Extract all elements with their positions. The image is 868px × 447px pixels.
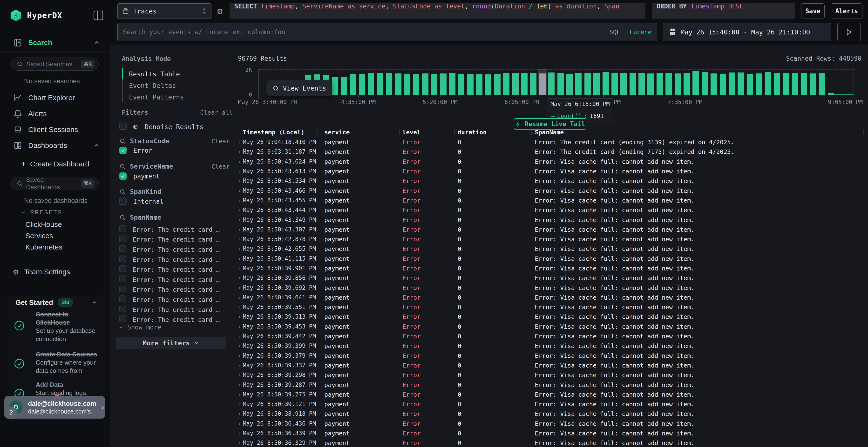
source-select[interactable]: Traces bbox=[117, 3, 212, 19]
histogram-slot[interactable] bbox=[384, 69, 394, 95]
create-dashboard-button[interactable]: + Create Dashboard bbox=[21, 160, 101, 168]
sidebar-item-chart-explorer[interactable]: Chart Explorer bbox=[13, 93, 100, 102]
histogram-slot[interactable] bbox=[763, 69, 772, 95]
spanname-filter-item[interactable]: Error: The credit card … bbox=[119, 285, 225, 295]
spanname-checkbox[interactable] bbox=[119, 245, 126, 252]
table-row[interactable]: › May 26 8:50:42.878 PM payment Error 0 … bbox=[231, 234, 868, 244]
row-expand-chevron[interactable]: › bbox=[238, 439, 241, 447]
run-query-button[interactable] bbox=[837, 23, 861, 41]
table-row[interactable]: › May 26 8:50:36.329 PM payment Error 0 … bbox=[231, 438, 868, 447]
source-settings-gear-icon[interactable]: ⚙ bbox=[214, 5, 226, 17]
table-row[interactable]: › May 26 8:50:36.436 PM payment Error 0 … bbox=[231, 419, 868, 428]
histogram-slot[interactable] bbox=[772, 69, 781, 95]
table-row[interactable]: › May 26 8:50:43.466 PM payment Error 0 … bbox=[231, 186, 868, 195]
spanname-checkbox[interactable] bbox=[119, 226, 126, 232]
histogram-slot[interactable] bbox=[790, 69, 799, 95]
row-expand-chevron[interactable]: › bbox=[238, 187, 241, 194]
row-expand-chevron[interactable]: › bbox=[238, 274, 241, 281]
histogram-slot[interactable] bbox=[448, 69, 457, 95]
histogram-slot[interactable] bbox=[511, 69, 520, 95]
denoise-checkbox[interactable] bbox=[119, 123, 127, 130]
histogram-slot[interactable] bbox=[430, 69, 439, 95]
histogram-slot[interactable] bbox=[475, 69, 484, 95]
histogram-slot[interactable] bbox=[340, 69, 349, 95]
save-button[interactable]: Save bbox=[801, 3, 825, 19]
histogram-slot[interactable] bbox=[358, 69, 367, 95]
histogram-slot[interactable] bbox=[439, 69, 448, 95]
table-row[interactable]: › May 26 8:50:39.551 PM payment Error 0 … bbox=[231, 302, 868, 312]
histogram-slot[interactable] bbox=[565, 69, 574, 95]
histogram-slot[interactable] bbox=[754, 69, 763, 95]
column-resize-handle[interactable]: ⋮ bbox=[860, 129, 867, 136]
servicename-payment-checkbox[interactable] bbox=[119, 172, 127, 180]
histogram-slot[interactable] bbox=[457, 69, 466, 95]
histogram-slot[interactable] bbox=[601, 69, 610, 95]
spankind-internal-checkbox[interactable] bbox=[119, 198, 127, 205]
histogram-slot[interactable] bbox=[727, 69, 736, 95]
histogram-slot[interactable] bbox=[376, 69, 384, 95]
app-logo[interactable]: ⚡ HyperDX bbox=[10, 10, 62, 21]
mode-event-patterns[interactable]: Event Patterns bbox=[129, 94, 184, 101]
histogram-slot[interactable] bbox=[592, 69, 601, 95]
histogram-slot[interactable] bbox=[349, 69, 358, 95]
table-row[interactable]: › May 26 8:50:39.513 PM payment Error 0 … bbox=[231, 312, 868, 321]
row-expand-chevron[interactable]: › bbox=[238, 304, 241, 311]
table-row[interactable]: › May 26 8:50:43.349 PM payment Error 0 … bbox=[231, 215, 868, 225]
histogram-slot[interactable] bbox=[628, 69, 637, 95]
histogram-slot[interactable] bbox=[610, 69, 619, 95]
column-resize-handle[interactable]: ⋮ bbox=[528, 129, 534, 136]
lang-lucene[interactable]: Lucene bbox=[630, 29, 651, 36]
spanname-filter-item[interactable]: Error: The credit card … bbox=[119, 295, 225, 305]
histogram-slot[interactable] bbox=[520, 69, 529, 95]
sidebar-item-team-settings[interactable]: ⚙ Team Settings bbox=[13, 267, 100, 277]
table-row[interactable]: › May 26 9:03:31.187 PM payment Error 0 … bbox=[231, 147, 868, 157]
row-expand-chevron[interactable]: › bbox=[238, 158, 241, 165]
histogram-slot[interactable] bbox=[529, 69, 538, 95]
preset-kubernetes[interactable]: Kubernetes bbox=[25, 243, 62, 251]
search-input[interactable]: Search your events w/ Lucene ex. column:… bbox=[117, 23, 657, 41]
spanname-checkbox[interactable] bbox=[119, 265, 126, 272]
histogram-slot[interactable] bbox=[493, 69, 502, 95]
row-expand-chevron[interactable]: › bbox=[238, 294, 241, 301]
histogram-slot[interactable] bbox=[718, 69, 727, 95]
column-resize-handle[interactable]: ⋮ bbox=[396, 129, 402, 136]
histogram-slot[interactable] bbox=[619, 69, 628, 95]
histogram-slot[interactable] bbox=[827, 69, 835, 95]
clear-servicename-link[interactable]: Clear bbox=[212, 163, 229, 170]
histogram-slot[interactable] bbox=[835, 69, 844, 95]
spanname-filter-item[interactable]: Error: The credit card … bbox=[119, 305, 225, 315]
statuscode-error-label[interactable]: Error bbox=[133, 147, 152, 154]
column-header-duration[interactable]: duration bbox=[458, 129, 487, 136]
histogram-slot[interactable] bbox=[547, 69, 556, 95]
lang-sql[interactable]: SQL bbox=[609, 29, 620, 36]
spanname-checkbox[interactable] bbox=[119, 315, 126, 322]
histogram-slot[interactable] bbox=[466, 69, 475, 95]
row-expand-chevron[interactable]: › bbox=[238, 371, 241, 379]
row-expand-chevron[interactable]: › bbox=[238, 429, 241, 437]
histogram-slot[interactable] bbox=[808, 69, 817, 95]
spanname-checkbox[interactable] bbox=[119, 286, 126, 293]
task-connect-clickhouse[interactable]: Connect to ClickHouse Set up your databa… bbox=[36, 310, 101, 343]
histogram-slot[interactable] bbox=[736, 69, 745, 95]
preset-services[interactable]: Services bbox=[25, 232, 53, 240]
histogram-slot[interactable] bbox=[691, 69, 700, 95]
column-header-level[interactable]: level bbox=[402, 129, 421, 136]
histogram-slot[interactable] bbox=[709, 69, 718, 95]
histogram-slot[interactable] bbox=[781, 69, 790, 95]
sidebar-item-client-sessions[interactable]: Client Sessions bbox=[13, 125, 100, 134]
statuscode-error-checkbox[interactable] bbox=[119, 147, 127, 154]
histogram-slot[interactable] bbox=[403, 69, 411, 95]
row-expand-chevron[interactable]: › bbox=[238, 148, 241, 156]
histogram-slot[interactable] bbox=[394, 69, 403, 95]
row-expand-chevron[interactable]: › bbox=[238, 333, 241, 340]
spanname-filter-item[interactable]: Error: The credit card … bbox=[119, 254, 225, 265]
table-row[interactable]: › May 26 8:50:42.655 PM payment Error 0 … bbox=[231, 244, 868, 253]
histogram-slot[interactable] bbox=[538, 69, 547, 95]
histogram-slot[interactable] bbox=[655, 69, 664, 95]
spanname-checkbox[interactable] bbox=[119, 255, 126, 262]
table-row[interactable]: › May 26 8:50:43.613 PM payment Error 0 … bbox=[231, 166, 868, 176]
row-expand-chevron[interactable]: › bbox=[238, 265, 241, 272]
column-resize-handle[interactable]: ⋮ bbox=[451, 129, 457, 136]
row-expand-chevron[interactable]: › bbox=[238, 168, 241, 175]
sidebar-item-dashboards[interactable]: Dashboards bbox=[13, 141, 100, 150]
